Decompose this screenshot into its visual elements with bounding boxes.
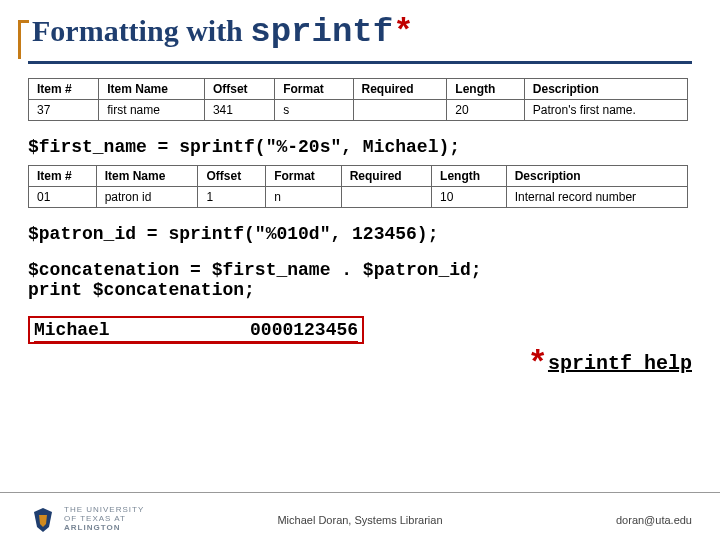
title-accent [18, 20, 29, 59]
td: 1 [198, 186, 266, 207]
help-asterisk: * [528, 345, 548, 383]
help-note: *sprintf help [28, 352, 692, 375]
th: Format [266, 165, 342, 186]
th: Item Name [99, 78, 205, 99]
code-line-1: $first_name = sprintf("%-20s", Michael); [28, 137, 692, 157]
td: patron id [96, 186, 198, 207]
th: Offset [204, 78, 274, 99]
th: Length [447, 78, 524, 99]
td: s [275, 99, 353, 120]
slide-title: Formatting with sprintf* [32, 12, 692, 53]
output-part2: 0000123456 [250, 320, 358, 343]
code-line-3b: print $concatenation; [28, 280, 692, 300]
th: Item # [29, 78, 99, 99]
th: Item Name [96, 165, 198, 186]
fields-table-1: Item # Item Name Offset Format Required … [28, 78, 688, 121]
td: n [266, 186, 342, 207]
table-row: 01 patron id 1 n 10 Internal record numb… [29, 186, 688, 207]
fields-table-2: Item # Item Name Offset Format Required … [28, 165, 688, 208]
title-prefix: Formatting with [32, 14, 250, 47]
td: Patron's first name. [524, 99, 687, 120]
table-row: 37 first name 341 s 20 Patron's first na… [29, 99, 688, 120]
slide: Formatting with sprintf* Item # Item Nam… [0, 0, 720, 540]
output-pad [110, 320, 250, 343]
td: 341 [204, 99, 274, 120]
table-header-row: Item # Item Name Offset Format Required … [29, 78, 688, 99]
td [341, 186, 431, 207]
sprintf-help-link[interactable]: sprintf help [548, 352, 692, 375]
title-wrap: Formatting with sprintf* [28, 12, 692, 64]
td: first name [99, 99, 205, 120]
td: Internal record number [506, 186, 687, 207]
footer-center: Michael Doran, Systems Librarian [0, 514, 720, 526]
td: 01 [29, 186, 97, 207]
td [353, 99, 447, 120]
th: Length [432, 165, 507, 186]
th: Required [353, 78, 447, 99]
footer: THE UNIVERSITY OF TEXAS AT ARLINGTON Mic… [0, 492, 720, 540]
th: Required [341, 165, 431, 186]
output-part1: Michael [34, 320, 110, 343]
code-line-2: $patron_id = sprintf("%010d", 123456); [28, 224, 692, 244]
title-mono: sprintf [250, 13, 393, 51]
td: 20 [447, 99, 524, 120]
th: Description [524, 78, 687, 99]
code-line-3a: $concatenation = $first_name . $patron_i… [28, 260, 692, 280]
td: 10 [432, 186, 507, 207]
output-box: Michael 0000123456 [28, 316, 364, 344]
td: 37 [29, 99, 99, 120]
table-header-row: Item # Item Name Offset Format Required … [29, 165, 688, 186]
th: Format [275, 78, 353, 99]
th: Item # [29, 165, 97, 186]
title-asterisk: * [393, 13, 413, 51]
th: Offset [198, 165, 266, 186]
th: Description [506, 165, 687, 186]
